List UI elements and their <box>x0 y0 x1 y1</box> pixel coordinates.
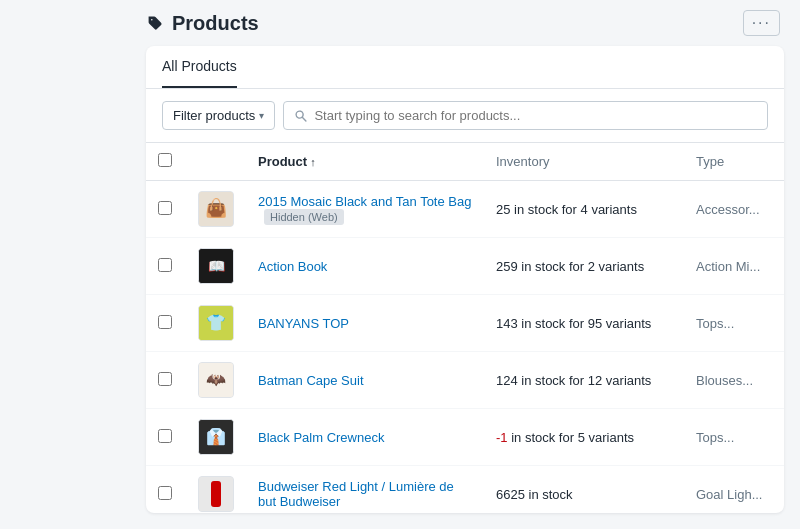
product-name-link[interactable]: BANYANS TOP <box>258 316 349 331</box>
th-select-all <box>146 143 186 181</box>
th-type: Type <box>684 143 784 181</box>
svg-text:👜: 👜 <box>205 197 228 219</box>
svg-rect-11 <box>211 481 221 507</box>
product-name-cell: 2015 Mosaic Black and Tan Tote BagHidden… <box>246 181 484 238</box>
sidebar <box>0 0 130 529</box>
row-checkbox-1[interactable] <box>158 258 172 272</box>
more-actions-button[interactable]: ··· <box>743 10 780 36</box>
type-cell: Tops... <box>684 409 784 466</box>
inventory-text: 259 in stock for 2 variants <box>496 259 644 274</box>
type-text: Goal Ligh... <box>696 487 763 502</box>
filter-products-button[interactable]: Filter products ▾ <box>162 101 275 130</box>
tab-all-products[interactable]: All Products <box>162 46 237 88</box>
th-inventory: Inventory <box>484 143 684 181</box>
type-text: Blouses... <box>696 373 753 388</box>
products-table: Product Inventory Type 👜2015 Mosaic Blac… <box>146 143 784 513</box>
type-cell: Accessor... <box>684 181 784 238</box>
product-name-link[interactable]: Batman Cape Suit <box>258 373 364 388</box>
svg-text:🦇: 🦇 <box>206 370 226 389</box>
th-image <box>186 143 246 181</box>
row-checkbox-5[interactable] <box>158 486 172 500</box>
product-thumbnail-cell <box>186 466 246 514</box>
product-thumbnail: 🦇 <box>198 362 234 398</box>
svg-text:👔: 👔 <box>206 427 226 446</box>
product-name-cell: Action Book <box>246 238 484 295</box>
row-checkbox-4[interactable] <box>158 429 172 443</box>
products-tbody: 👜2015 Mosaic Black and Tan Tote BagHidde… <box>146 181 784 514</box>
table-header-row: Product Inventory Type <box>146 143 784 181</box>
inventory-cell: 124 in stock for 12 variants <box>484 352 684 409</box>
row-checkbox-2[interactable] <box>158 315 172 329</box>
inventory-negative-value: -1 <box>496 430 508 445</box>
table-row: 🦇Batman Cape Suit124 in stock for 12 var… <box>146 352 784 409</box>
chevron-down-icon: ▾ <box>259 110 264 121</box>
product-name-link[interactable]: 2015 Mosaic Black and Tan Tote Bag <box>258 194 471 209</box>
product-thumbnail: 👕 <box>198 305 234 341</box>
row-checkbox-0[interactable] <box>158 201 172 215</box>
inventory-text: 124 in stock for 12 variants <box>496 373 651 388</box>
inventory-text: 25 in stock for 4 variants <box>496 202 637 217</box>
product-thumbnail: 👜 <box>198 191 234 227</box>
type-cell: Tops... <box>684 295 784 352</box>
inventory-cell: -1 in stock for 5 variants <box>484 409 684 466</box>
type-cell: Goal Ligh... <box>684 466 784 514</box>
hidden-badge: Hidden (Web) <box>264 209 344 225</box>
type-text: Action Mi... <box>696 259 760 274</box>
type-cell: Action Mi... <box>684 238 784 295</box>
page-header: Products ··· <box>130 0 800 46</box>
product-name-cell: Budweiser Red Light / Lumière de but Bud… <box>246 466 484 514</box>
table-row: Budweiser Red Light / Lumière de but Bud… <box>146 466 784 514</box>
inventory-text: 143 in stock for 95 variants <box>496 316 651 331</box>
product-name-link[interactable]: Black Palm Crewneck <box>258 430 384 445</box>
product-name-cell: Black Palm Crewneck <box>246 409 484 466</box>
inventory-cell: 259 in stock for 2 variants <box>484 238 684 295</box>
main-content: Products ··· All Products Filter product… <box>130 0 800 529</box>
select-all-checkbox[interactable] <box>158 153 172 167</box>
product-name-link[interactable]: Budweiser Red Light / Lumière de but Bud… <box>258 479 454 509</box>
inventory-text: in stock for 5 variants <box>508 430 634 445</box>
inventory-cell: 143 in stock for 95 variants <box>484 295 684 352</box>
filter-label: Filter products <box>173 108 255 123</box>
inventory-cell: 6625 in stock <box>484 466 684 514</box>
inventory-cell: 25 in stock for 4 variants <box>484 181 684 238</box>
th-product[interactable]: Product <box>246 143 484 181</box>
type-cell: Blouses... <box>684 352 784 409</box>
row-checkbox-cell <box>146 295 186 352</box>
row-checkbox-cell <box>146 238 186 295</box>
table-row: 👔Black Palm Crewneck-1 in stock for 5 va… <box>146 409 784 466</box>
filters-bar: Filter products ▾ <box>146 89 784 143</box>
product-thumbnail-cell: 👜 <box>186 181 246 238</box>
page-title: Products <box>172 12 259 35</box>
product-thumbnail: 👔 <box>198 419 234 455</box>
product-thumbnail-cell: 👔 <box>186 409 246 466</box>
product-name-link[interactable]: Action Book <box>258 259 327 274</box>
tag-icon <box>146 14 164 32</box>
product-thumbnail: 📖 <box>198 248 234 284</box>
product-thumbnail-cell: 🦇 <box>186 352 246 409</box>
row-checkbox-cell <box>146 181 186 238</box>
tabs-bar: All Products <box>146 46 784 89</box>
svg-text:👕: 👕 <box>206 313 226 332</box>
table-row: 📖Action Book259 in stock for 2 variantsA… <box>146 238 784 295</box>
row-checkbox-3[interactable] <box>158 372 172 386</box>
row-checkbox-cell <box>146 409 186 466</box>
product-name-cell: BANYANS TOP <box>246 295 484 352</box>
search-wrapper <box>283 101 768 130</box>
products-table-wrapper: Product Inventory Type 👜2015 Mosaic Blac… <box>146 143 784 513</box>
type-text: Tops... <box>696 316 734 331</box>
type-text: Tops... <box>696 430 734 445</box>
search-icon <box>294 109 308 123</box>
table-row: 👕BANYANS TOP143 in stock for 95 variants… <box>146 295 784 352</box>
page-header-left: Products <box>146 12 259 35</box>
product-thumbnail-cell: 👕 <box>186 295 246 352</box>
product-thumbnail-cell: 📖 <box>186 238 246 295</box>
search-input[interactable] <box>314 108 757 123</box>
row-checkbox-cell <box>146 466 186 514</box>
type-text: Accessor... <box>696 202 760 217</box>
product-thumbnail <box>198 476 234 512</box>
svg-text:📖: 📖 <box>208 258 226 275</box>
products-card: All Products Filter products ▾ <box>146 46 784 513</box>
row-checkbox-cell <box>146 352 186 409</box>
table-row: 👜2015 Mosaic Black and Tan Tote BagHidde… <box>146 181 784 238</box>
product-name-cell: Batman Cape Suit <box>246 352 484 409</box>
